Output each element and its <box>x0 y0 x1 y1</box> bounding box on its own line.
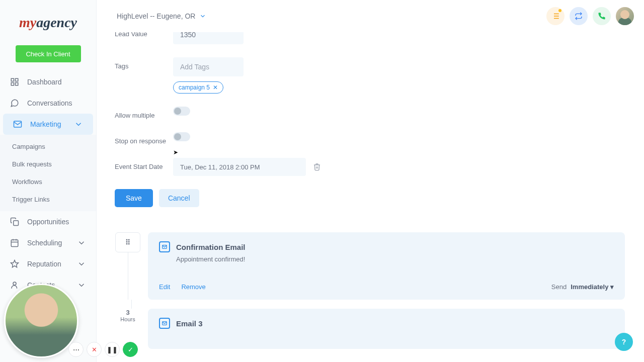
allow-multiple-label: Allow multiple <box>115 107 173 119</box>
trash-icon <box>313 163 321 171</box>
step-email-3: 3 Hours Email 3 <box>115 309 636 349</box>
chevron-down-icon <box>199 13 206 20</box>
sidebar-item-dashboard[interactable]: Dashboard <box>0 71 96 93</box>
row-stop-on-response: Stop on response <box>115 132 626 145</box>
main-content: Lead Value Tags campaign 5 ✕ Allow multi… <box>97 32 644 362</box>
subnav-item-campaigns[interactable]: Campaigns <box>12 138 96 155</box>
sidebar-item-label: Scheduling <box>27 239 62 247</box>
list-icon <box>551 12 560 21</box>
delay-badge: 3 Hours <box>120 309 135 322</box>
copy-icon <box>10 217 19 226</box>
svg-rect-6 <box>11 78 14 81</box>
location-name: HighLevel -- Eugene, OR <box>117 12 195 20</box>
send-value-select[interactable]: Immediately ▾ <box>571 283 614 291</box>
sidebar-item-label: Marketing <box>30 120 61 128</box>
svg-rect-7 <box>16 78 18 81</box>
close-icon[interactable]: ✕ <box>213 84 218 91</box>
pause-button[interactable]: ❚❚ <box>105 342 120 357</box>
subnav-item-workflows[interactable]: Workflows <box>12 173 96 191</box>
allow-multiple-toggle[interactable] <box>173 107 190 116</box>
notification-dot <box>558 9 561 12</box>
notifications-button[interactable] <box>546 7 565 25</box>
chevron-down-icon <box>74 120 83 129</box>
toggle-knob <box>174 108 181 115</box>
sidebar-item-opportunities[interactable]: Opportunities <box>0 211 96 232</box>
sidebar-nav-lower: Opportunities Scheduling Reputation Cont… <box>0 211 96 296</box>
user-icon <box>10 281 19 290</box>
sidebar-item-scheduling[interactable]: Scheduling <box>0 232 96 253</box>
logo: myagency <box>0 0 96 45</box>
sidebar-item-label: Dashboard <box>27 78 62 86</box>
step-edit-link[interactable]: Edit <box>159 283 170 291</box>
timeline-line <box>128 252 128 300</box>
email-icon <box>159 241 170 252</box>
marketing-subnav: Campaigns Bulk requests Workflows Trigge… <box>0 135 96 211</box>
presenter-avatar <box>4 284 78 358</box>
step-card: Email 3 <box>148 309 625 349</box>
send-label: Send <box>551 283 567 291</box>
event-start-input[interactable] <box>173 158 306 176</box>
step-title: Email 3 <box>176 319 203 328</box>
step-header: Confirmation Email <box>159 241 614 252</box>
campaign-steps: ⠿ Confirmation Email Appointment confirm… <box>105 232 636 349</box>
subnav-item-bulk-requests[interactable]: Bulk requests <box>12 155 96 173</box>
svg-point-17 <box>13 282 16 285</box>
phone-icon <box>598 12 606 20</box>
sidebar-item-label: Reputation <box>27 260 61 268</box>
sidebar-item-marketing[interactable]: Marketing <box>3 114 93 135</box>
help-fab[interactable]: ? <box>615 333 633 351</box>
cursor-icon: ➤ <box>173 149 178 156</box>
star-icon <box>10 259 19 268</box>
calendar-icon <box>10 238 19 247</box>
check-in-client-button[interactable]: Check In Client <box>16 45 81 62</box>
call-button[interactable] <box>593 7 611 25</box>
chat-icon <box>10 99 19 108</box>
email-icon <box>159 318 170 329</box>
drag-handle[interactable]: ⠿ <box>115 232 140 252</box>
select-caret-icon: ▾ <box>610 283 614 291</box>
delete-date-button[interactable] <box>313 163 321 171</box>
step-title: Confirmation Email <box>176 243 246 251</box>
row-tags: Tags campaign 5 ✕ <box>115 57 626 94</box>
stop-on-response-label: Stop on response <box>115 132 173 145</box>
svg-rect-9 <box>11 83 14 85</box>
svg-rect-12 <box>11 240 18 247</box>
topbar: HighLevel -- Eugene, OR <box>0 0 644 32</box>
swap-button[interactable] <box>570 7 588 25</box>
stop-on-response-toggle[interactable] <box>173 132 190 141</box>
svg-rect-11 <box>14 221 19 226</box>
logo-my: my <box>19 15 36 30</box>
location-switcher[interactable]: HighLevel -- Eugene, OR <box>117 12 206 20</box>
user-avatar[interactable] <box>616 7 634 25</box>
toggle-knob <box>174 133 181 140</box>
save-button[interactable]: Save <box>115 189 153 207</box>
sidebar-item-conversations[interactable]: Conversations <box>0 93 96 114</box>
sidebar-item-label: Conversations <box>27 99 72 107</box>
tags-input[interactable] <box>173 57 244 76</box>
step-gap <box>115 300 636 309</box>
tags-label: Tags <box>115 57 173 70</box>
chevron-down-icon <box>77 259 86 268</box>
chevron-down-icon <box>77 281 86 290</box>
step-send-timing: Send Immediately ▾ <box>551 283 614 291</box>
row-lead-value: Lead Value <box>115 32 626 44</box>
sidebar-item-reputation[interactable]: Reputation <box>0 253 96 275</box>
subnav-item-trigger-links[interactable]: Trigger Links <box>12 191 96 208</box>
mail-icon <box>13 120 22 129</box>
lead-value-input[interactable] <box>173 32 244 44</box>
presenter-controls: ⋯ ✕ ❚❚ ✓ <box>68 342 138 357</box>
lead-value-label: Lead Value <box>115 32 173 38</box>
step-subtitle: Appointment confirmed! <box>176 255 614 263</box>
cancel-button[interactable]: Cancel <box>159 189 199 207</box>
tag-pill[interactable]: campaign 5 ✕ <box>173 81 223 94</box>
step-confirmation-email: ⠿ Confirmation Email Appointment confirm… <box>115 232 636 300</box>
confirm-button[interactable]: ✓ <box>123 342 138 357</box>
close-button[interactable]: ✕ <box>87 342 102 357</box>
svg-marker-16 <box>11 260 19 267</box>
step-header: Email 3 <box>159 318 614 329</box>
row-event-start-date: Event Start Date <box>115 158 626 176</box>
event-start-label: Event Start Date <box>115 158 173 170</box>
delay-unit: Hours <box>120 316 135 322</box>
more-button[interactable]: ⋯ <box>68 342 84 357</box>
step-remove-link[interactable]: Remove <box>181 283 205 291</box>
